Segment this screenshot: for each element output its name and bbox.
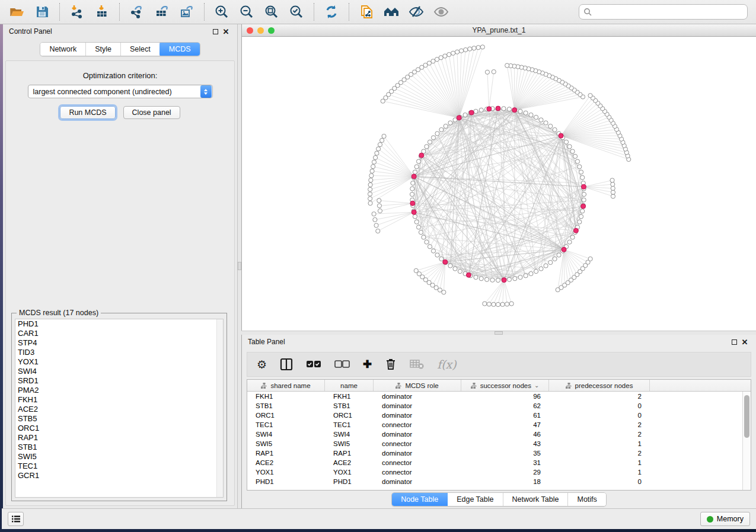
graph-node[interactable] bbox=[611, 194, 615, 198]
graph-node[interactable] bbox=[431, 136, 435, 140]
graph-node[interactable] bbox=[443, 54, 447, 58]
close-panel-icon[interactable]: ✕ bbox=[739, 337, 750, 347]
graph-node[interactable] bbox=[582, 198, 586, 202]
table-row[interactable]: YOX1YOX1connector291 bbox=[247, 467, 742, 477]
graph-node[interactable] bbox=[582, 192, 586, 196]
table-row[interactable]: SWI4SWI4dominator462 bbox=[247, 430, 742, 439]
graph-node[interactable] bbox=[564, 140, 568, 144]
graph-node[interactable] bbox=[368, 197, 372, 201]
mcds-result-item[interactable]: STB1 bbox=[15, 443, 223, 452]
graph-node[interactable] bbox=[544, 264, 548, 268]
graph-node[interactable] bbox=[468, 47, 472, 51]
tab-node-table[interactable]: Node Table bbox=[391, 492, 448, 507]
graph-node[interactable] bbox=[428, 245, 432, 249]
mcds-result-item[interactable]: STP4 bbox=[15, 338, 223, 348]
graph-node[interactable] bbox=[507, 107, 511, 111]
graph-node[interactable] bbox=[611, 190, 615, 194]
graph-node[interactable] bbox=[455, 50, 459, 54]
graph-node[interactable] bbox=[567, 240, 572, 244]
search-input[interactable] bbox=[595, 8, 743, 16]
graph-node[interactable] bbox=[410, 187, 414, 191]
graph-node[interactable] bbox=[581, 204, 586, 209]
graph-node[interactable] bbox=[580, 175, 585, 180]
graph-node[interactable] bbox=[579, 170, 583, 174]
graph-node[interactable] bbox=[371, 165, 375, 169]
optimization-criterion-select[interactable]: largest connected component (undirected) bbox=[28, 85, 213, 98]
graph-node[interactable] bbox=[443, 259, 448, 264]
graph-node[interactable] bbox=[579, 214, 583, 219]
graph-node[interactable] bbox=[474, 275, 478, 279]
graph-node[interactable] bbox=[419, 153, 424, 158]
mcds-result-item[interactable]: STB5 bbox=[15, 414, 223, 424]
table-row[interactable]: STB1STB1dominator620 bbox=[247, 401, 742, 411]
graph-node[interactable] bbox=[373, 155, 377, 159]
graph-node[interactable] bbox=[575, 159, 579, 164]
open-session-button[interactable] bbox=[6, 2, 28, 22]
graph-node[interactable] bbox=[487, 302, 491, 306]
graph-node[interactable] bbox=[444, 124, 448, 128]
graph-node[interactable] bbox=[573, 228, 578, 233]
graph-node[interactable] bbox=[570, 149, 575, 153]
graph-node[interactable] bbox=[492, 302, 496, 306]
table-row[interactable]: RAP1RAP1dominator352 bbox=[247, 448, 742, 458]
graph-node[interactable] bbox=[374, 223, 378, 227]
graph-node[interactable] bbox=[414, 220, 419, 224]
tab-network[interactable]: Network bbox=[40, 43, 86, 56]
graph-node[interactable] bbox=[548, 124, 553, 128]
graph-node[interactable] bbox=[425, 145, 429, 149]
deselect-all-button[interactable] bbox=[334, 355, 350, 373]
graph-node[interactable] bbox=[413, 214, 417, 219]
graph-node[interactable] bbox=[539, 118, 543, 122]
graph-node[interactable] bbox=[368, 192, 372, 196]
network-graph[interactable] bbox=[242, 37, 756, 331]
graph-node[interactable] bbox=[507, 277, 511, 281]
mcds-result-item[interactable]: TEC1 bbox=[15, 462, 223, 471]
mcds-result-item[interactable]: SWI5 bbox=[15, 452, 223, 462]
graph-node[interactable] bbox=[578, 165, 582, 169]
graph-node[interactable] bbox=[472, 46, 476, 50]
graph-node[interactable] bbox=[578, 220, 582, 224]
graph-node[interactable] bbox=[490, 278, 495, 282]
graph-node[interactable] bbox=[439, 127, 444, 132]
column-header-MCDS-role[interactable]: MCDS role bbox=[374, 380, 461, 391]
mcds-result-item[interactable]: YOX1 bbox=[15, 357, 223, 367]
network-canvas[interactable] bbox=[242, 37, 756, 331]
first-neighbors-button[interactable] bbox=[380, 2, 403, 22]
graph-node[interactable] bbox=[539, 267, 543, 271]
task-history-button[interactable] bbox=[8, 512, 24, 526]
mcds-result-item[interactable]: SRD1 bbox=[15, 376, 223, 386]
graph-node[interactable] bbox=[502, 107, 506, 111]
table-row[interactable]: ORC1ORC1dominator610 bbox=[247, 411, 742, 420]
table-settings-button[interactable]: ⚙ bbox=[257, 355, 267, 373]
close-panel-icon[interactable]: ✕ bbox=[221, 27, 231, 36]
graph-node[interactable] bbox=[412, 210, 416, 214]
graph-node[interactable] bbox=[479, 277, 483, 281]
run-mcds-button[interactable]: Run MCDS bbox=[60, 106, 115, 119]
graph-node[interactable] bbox=[435, 57, 439, 62]
graph-node[interactable] bbox=[581, 184, 586, 189]
graph-node[interactable] bbox=[559, 133, 563, 138]
graph-node[interactable] bbox=[518, 275, 522, 279]
graph-node[interactable] bbox=[534, 269, 538, 273]
graph-node[interactable] bbox=[422, 235, 426, 239]
graph-node[interactable] bbox=[442, 290, 446, 294]
import-table-button[interactable] bbox=[91, 2, 113, 22]
graph-node[interactable] bbox=[529, 271, 533, 275]
graph-node[interactable] bbox=[529, 113, 533, 117]
graph-node[interactable] bbox=[502, 278, 506, 283]
search-box[interactable] bbox=[579, 4, 748, 20]
table-scrollbar[interactable] bbox=[742, 392, 751, 490]
apply-function-button[interactable]: f(x) bbox=[437, 355, 457, 373]
graph-node[interactable] bbox=[414, 165, 419, 169]
hide-selected-button[interactable] bbox=[405, 2, 428, 22]
mcds-result-list[interactable]: PHD1CAR1STP4TID3YOX1SWI4SRD1PMA2FKH1ACE2… bbox=[15, 319, 224, 498]
graph-node[interactable] bbox=[380, 138, 384, 142]
graph-node[interactable] bbox=[557, 253, 561, 257]
graph-node[interactable] bbox=[611, 186, 615, 190]
graph-node[interactable] bbox=[492, 70, 496, 74]
graph-node[interactable] bbox=[369, 178, 373, 182]
tab-mcds[interactable]: MCDS bbox=[160, 42, 200, 56]
mcds-result-item[interactable]: GCR1 bbox=[15, 471, 223, 480]
graph-node[interactable] bbox=[469, 110, 474, 115]
add-row-button[interactable]: ✚ bbox=[363, 355, 372, 373]
